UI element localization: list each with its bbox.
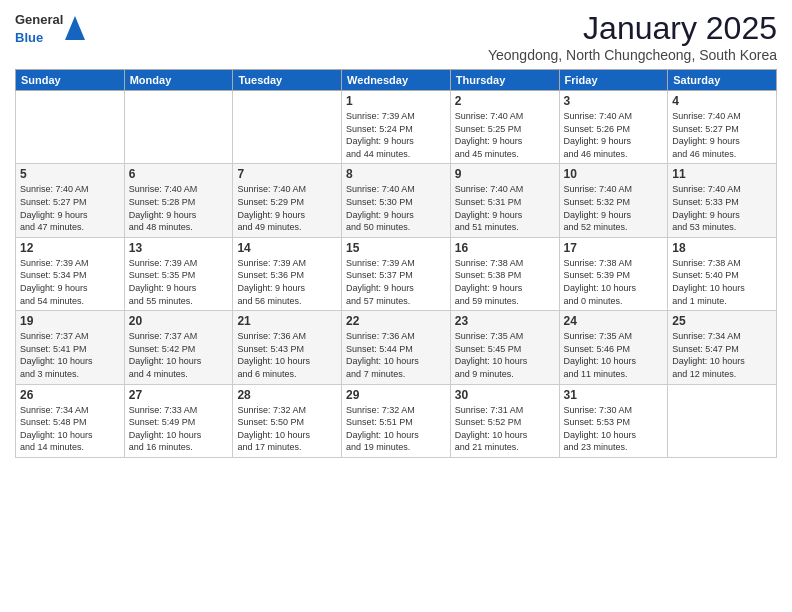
calendar-cell: 9Sunrise: 7:40 AM Sunset: 5:31 PM Daylig… [450,164,559,237]
calendar-cell: 5Sunrise: 7:40 AM Sunset: 5:27 PM Daylig… [16,164,125,237]
calendar-cell: 12Sunrise: 7:39 AM Sunset: 5:34 PM Dayli… [16,237,125,310]
day-number: 14 [237,241,337,255]
calendar-cell [16,91,125,164]
day-info: Sunrise: 7:34 AM Sunset: 5:48 PM Dayligh… [20,404,120,454]
calendar-cell: 1Sunrise: 7:39 AM Sunset: 5:24 PM Daylig… [342,91,451,164]
day-info: Sunrise: 7:38 AM Sunset: 5:38 PM Dayligh… [455,257,555,307]
day-info: Sunrise: 7:32 AM Sunset: 5:51 PM Dayligh… [346,404,446,454]
day-number: 5 [20,167,120,181]
day-number: 6 [129,167,229,181]
day-info: Sunrise: 7:39 AM Sunset: 5:36 PM Dayligh… [237,257,337,307]
day-info: Sunrise: 7:40 AM Sunset: 5:31 PM Dayligh… [455,183,555,233]
calendar-cell: 20Sunrise: 7:37 AM Sunset: 5:42 PM Dayli… [124,311,233,384]
day-info: Sunrise: 7:30 AM Sunset: 5:53 PM Dayligh… [564,404,664,454]
calendar-cell [124,91,233,164]
calendar-cell: 3Sunrise: 7:40 AM Sunset: 5:26 PM Daylig… [559,91,668,164]
logo: General Blue [15,10,85,45]
day-number: 22 [346,314,446,328]
calendar-cell: 22Sunrise: 7:36 AM Sunset: 5:44 PM Dayli… [342,311,451,384]
day-info: Sunrise: 7:35 AM Sunset: 5:46 PM Dayligh… [564,330,664,380]
day-info: Sunrise: 7:39 AM Sunset: 5:37 PM Dayligh… [346,257,446,307]
day-number: 12 [20,241,120,255]
day-info: Sunrise: 7:34 AM Sunset: 5:47 PM Dayligh… [672,330,772,380]
calendar-cell: 4Sunrise: 7:40 AM Sunset: 5:27 PM Daylig… [668,91,777,164]
calendar-cell: 18Sunrise: 7:38 AM Sunset: 5:40 PM Dayli… [668,237,777,310]
day-info: Sunrise: 7:40 AM Sunset: 5:29 PM Dayligh… [237,183,337,233]
day-number: 3 [564,94,664,108]
logo-general: General [15,12,63,27]
subtitle: Yeongdong, North Chungcheong, South Kore… [488,47,777,63]
day-info: Sunrise: 7:40 AM Sunset: 5:30 PM Dayligh… [346,183,446,233]
calendar-cell: 15Sunrise: 7:39 AM Sunset: 5:37 PM Dayli… [342,237,451,310]
day-info: Sunrise: 7:40 AM Sunset: 5:27 PM Dayligh… [672,110,772,160]
day-number: 31 [564,388,664,402]
day-info: Sunrise: 7:33 AM Sunset: 5:49 PM Dayligh… [129,404,229,454]
col-wednesday: Wednesday [342,70,451,91]
day-number: 7 [237,167,337,181]
day-number: 17 [564,241,664,255]
day-info: Sunrise: 7:39 AM Sunset: 5:34 PM Dayligh… [20,257,120,307]
calendar-cell: 31Sunrise: 7:30 AM Sunset: 5:53 PM Dayli… [559,384,668,457]
calendar-cell: 28Sunrise: 7:32 AM Sunset: 5:50 PM Dayli… [233,384,342,457]
title-section: January 2025 Yeongdong, North Chungcheon… [488,10,777,63]
calendar-cell: 8Sunrise: 7:40 AM Sunset: 5:30 PM Daylig… [342,164,451,237]
day-info: Sunrise: 7:36 AM Sunset: 5:43 PM Dayligh… [237,330,337,380]
calendar-cell: 6Sunrise: 7:40 AM Sunset: 5:28 PM Daylig… [124,164,233,237]
calendar-cell: 24Sunrise: 7:35 AM Sunset: 5:46 PM Dayli… [559,311,668,384]
calendar-week-4: 26Sunrise: 7:34 AM Sunset: 5:48 PM Dayli… [16,384,777,457]
calendar-cell: 7Sunrise: 7:40 AM Sunset: 5:29 PM Daylig… [233,164,342,237]
logo-blue: Blue [15,30,43,45]
day-info: Sunrise: 7:39 AM Sunset: 5:24 PM Dayligh… [346,110,446,160]
calendar-cell: 2Sunrise: 7:40 AM Sunset: 5:25 PM Daylig… [450,91,559,164]
col-friday: Friday [559,70,668,91]
calendar-cell: 11Sunrise: 7:40 AM Sunset: 5:33 PM Dayli… [668,164,777,237]
day-number: 29 [346,388,446,402]
day-info: Sunrise: 7:38 AM Sunset: 5:40 PM Dayligh… [672,257,772,307]
calendar-week-0: 1Sunrise: 7:39 AM Sunset: 5:24 PM Daylig… [16,91,777,164]
col-monday: Monday [124,70,233,91]
day-info: Sunrise: 7:40 AM Sunset: 5:33 PM Dayligh… [672,183,772,233]
day-number: 19 [20,314,120,328]
day-number: 25 [672,314,772,328]
day-number: 16 [455,241,555,255]
day-number: 24 [564,314,664,328]
day-number: 26 [20,388,120,402]
col-tuesday: Tuesday [233,70,342,91]
day-info: Sunrise: 7:40 AM Sunset: 5:28 PM Dayligh… [129,183,229,233]
calendar-cell: 14Sunrise: 7:39 AM Sunset: 5:36 PM Dayli… [233,237,342,310]
calendar-week-1: 5Sunrise: 7:40 AM Sunset: 5:27 PM Daylig… [16,164,777,237]
calendar-cell: 29Sunrise: 7:32 AM Sunset: 5:51 PM Dayli… [342,384,451,457]
day-number: 11 [672,167,772,181]
calendar-cell: 23Sunrise: 7:35 AM Sunset: 5:45 PM Dayli… [450,311,559,384]
col-thursday: Thursday [450,70,559,91]
day-info: Sunrise: 7:40 AM Sunset: 5:25 PM Dayligh… [455,110,555,160]
day-number: 15 [346,241,446,255]
calendar-table: Sunday Monday Tuesday Wednesday Thursday… [15,69,777,458]
calendar-cell: 16Sunrise: 7:38 AM Sunset: 5:38 PM Dayli… [450,237,559,310]
day-info: Sunrise: 7:32 AM Sunset: 5:50 PM Dayligh… [237,404,337,454]
day-info: Sunrise: 7:40 AM Sunset: 5:32 PM Dayligh… [564,183,664,233]
page: General Blue January 2025 Yeongdong, Nor… [0,0,792,612]
day-info: Sunrise: 7:38 AM Sunset: 5:39 PM Dayligh… [564,257,664,307]
calendar-cell: 21Sunrise: 7:36 AM Sunset: 5:43 PM Dayli… [233,311,342,384]
calendar-cell: 10Sunrise: 7:40 AM Sunset: 5:32 PM Dayli… [559,164,668,237]
calendar-cell: 27Sunrise: 7:33 AM Sunset: 5:49 PM Dayli… [124,384,233,457]
col-saturday: Saturday [668,70,777,91]
day-number: 18 [672,241,772,255]
calendar-week-2: 12Sunrise: 7:39 AM Sunset: 5:34 PM Dayli… [16,237,777,310]
day-info: Sunrise: 7:35 AM Sunset: 5:45 PM Dayligh… [455,330,555,380]
calendar-week-3: 19Sunrise: 7:37 AM Sunset: 5:41 PM Dayli… [16,311,777,384]
day-info: Sunrise: 7:40 AM Sunset: 5:27 PM Dayligh… [20,183,120,233]
day-number: 30 [455,388,555,402]
day-number: 1 [346,94,446,108]
calendar-cell: 26Sunrise: 7:34 AM Sunset: 5:48 PM Dayli… [16,384,125,457]
calendar-cell: 13Sunrise: 7:39 AM Sunset: 5:35 PM Dayli… [124,237,233,310]
day-info: Sunrise: 7:31 AM Sunset: 5:52 PM Dayligh… [455,404,555,454]
calendar-cell: 30Sunrise: 7:31 AM Sunset: 5:52 PM Dayli… [450,384,559,457]
header: General Blue January 2025 Yeongdong, Nor… [15,10,777,63]
calendar-cell: 19Sunrise: 7:37 AM Sunset: 5:41 PM Dayli… [16,311,125,384]
day-number: 13 [129,241,229,255]
calendar-cell [668,384,777,457]
day-number: 28 [237,388,337,402]
calendar-cell [233,91,342,164]
